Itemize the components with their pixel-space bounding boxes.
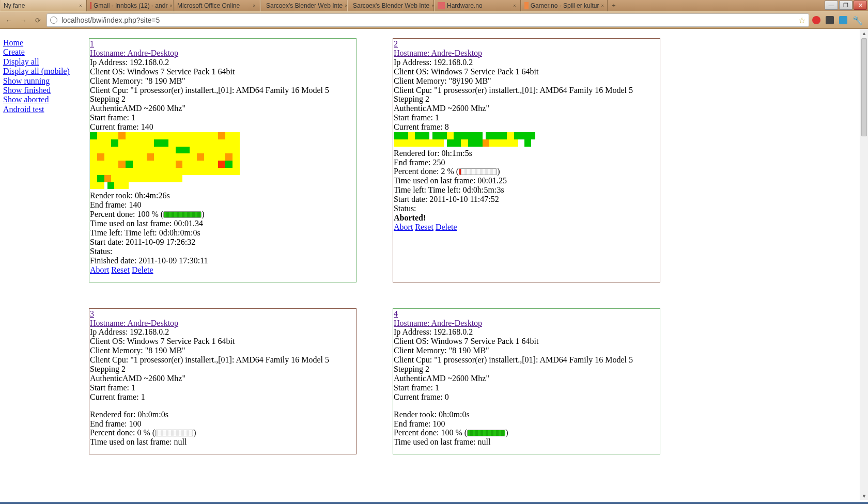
render-time: Rendered for: 0h:0m:0s (89, 410, 356, 419)
info-line: End frame: 100 (89, 419, 356, 429)
page-viewport: HomeCreateDisplay allDisplay all (mobile… (0, 29, 860, 500)
tab-label: Ny fane (4, 2, 25, 9)
nav-link[interactable]: Home (3, 38, 89, 48)
info-line: End frame: 100 (393, 419, 660, 429)
tab-label: Sarcoex's Blender Web Inte (353, 2, 429, 9)
nav-link[interactable]: Show aborted (3, 95, 89, 104)
taskbar (0, 502, 868, 504)
minimize-button[interactable]: — (825, 1, 838, 10)
tab-label: Hardware.no (447, 2, 483, 9)
info-line: Ip Address: 192.168.0.2 (393, 327, 660, 337)
job-grid: 1Hostname: Andre-DesktopIp Address: 192.… (89, 38, 860, 454)
hostname-link[interactable]: Hostname: Andre-Desktop (90, 319, 178, 327)
info-line: Time used on last frame: 00:01.25 (393, 176, 660, 185)
info-line: Start frame: 1 (393, 383, 660, 392)
tab-1[interactable]: Gmail - Innboks (12) - andr × (87, 0, 174, 11)
info-line: Finished date: 2011-10-09 17:30:11 (89, 256, 356, 265)
close-icon[interactable]: × (252, 3, 257, 8)
close-icon[interactable]: × (601, 3, 604, 8)
scroll-thumb[interactable] (861, 38, 867, 136)
progress-bar (155, 430, 193, 436)
scroll-up-icon[interactable]: ▲ (860, 29, 868, 37)
tab-4[interactable]: Sarcoex's Blender Web Inte × (347, 0, 434, 11)
hostname-link[interactable]: Hostname: Andre-Desktop (394, 319, 482, 327)
hostname-link[interactable]: Hostname: Andre-Desktop (394, 49, 482, 57)
info-line: Client OS: Windows 7 Service Pack 1 64bi… (393, 337, 660, 346)
delete-link[interactable]: Delete (436, 223, 457, 231)
reset-link[interactable]: Reset (415, 223, 433, 231)
delete-link[interactable]: Delete (132, 265, 153, 274)
new-tab-button[interactable]: + (608, 0, 620, 11)
bookmark-icon[interactable]: ☆ (798, 15, 805, 25)
percent-line: Percent done: 100 % () (393, 428, 660, 437)
close-button[interactable]: ✕ (854, 1, 867, 10)
close-icon[interactable]: × (169, 3, 172, 8)
info-line: Status: (89, 247, 356, 256)
reset-link[interactable]: Reset (111, 265, 130, 274)
globe-icon (50, 17, 57, 24)
extension-icon[interactable] (839, 16, 847, 24)
hostname-link[interactable]: Hostname: Andre-Desktop (90, 49, 178, 57)
forward-button[interactable]: → (18, 14, 29, 26)
scrollbar[interactable]: ▲ ▼ (860, 29, 868, 500)
info-line: Client OS: Windows 7 Service Pack 1 64bi… (89, 337, 356, 346)
info-line: Status: (393, 204, 660, 213)
gamer-icon (524, 2, 529, 9)
info-line: Current frame: 1 (89, 392, 356, 402)
tab-label: Gmail - Innboks (12) - andr (94, 2, 167, 9)
scroll-down-icon[interactable]: ▼ (860, 492, 868, 500)
progress-bar (459, 168, 497, 175)
frame-tiles (393, 132, 660, 149)
render-time: Render took: 0h:0m:0s (393, 410, 660, 419)
nav-link[interactable]: Android test (3, 105, 89, 114)
info-line: Time left: Time left: 0d:0h:5m:3s (393, 185, 660, 195)
job-id-link[interactable]: 2 (394, 39, 398, 48)
info-line: Client Cpu: "1 prosessor(er) installert.… (393, 86, 660, 104)
abort-link[interactable]: Abort (394, 223, 413, 231)
info-line: Client OS: Windows 7 Service Pack 1 64bi… (89, 67, 356, 76)
info-line: Time used on last frame: null (393, 437, 660, 447)
info-line: Aborted! (393, 213, 660, 223)
info-line: Start frame: 1 (393, 113, 660, 122)
tab-5[interactable]: Hardware.no × (434, 0, 521, 11)
maximize-button[interactable]: ❐ (839, 1, 853, 10)
close-icon[interactable]: × (78, 3, 83, 8)
action-row: Abort Reset Delete (89, 265, 356, 275)
action-row: Abort Reset Delete (393, 223, 660, 232)
url-input[interactable] (60, 15, 795, 25)
percent-line: Percent done: 100 % () (89, 210, 356, 219)
wrench-icon[interactable]: 🔧 (853, 15, 863, 25)
tab-label: Sarcoex's Blender Web Inte (266, 2, 343, 9)
tab-2[interactable]: Microsoft Office Online × (174, 0, 260, 11)
nav-link[interactable]: Show running (3, 76, 89, 86)
job-id-link[interactable]: 3 (90, 309, 94, 318)
nav-link[interactable]: Display all (3, 57, 89, 67)
info-line: Start date: 2011-10-09 17:26:32 (89, 238, 356, 247)
reload-button[interactable]: ⟳ (32, 14, 43, 26)
extension-icon[interactable] (812, 16, 820, 24)
job-id-link[interactable]: 1 (90, 39, 94, 48)
nav-link[interactable]: Show finished (3, 86, 89, 95)
info-line: AuthenticAMD ~2600 Mhz" (393, 374, 660, 383)
abort-link[interactable]: Abort (90, 265, 109, 274)
tab-3[interactable]: Sarcoex's Blender Web Inte × (260, 0, 347, 11)
tab-0[interactable]: Ny fane × (0, 0, 87, 11)
nav-link[interactable]: Display all (mobile) (3, 67, 89, 76)
back-button[interactable]: ← (3, 14, 14, 26)
info-line: Client Cpu: "1 prosessor(er) installert.… (393, 355, 660, 374)
omnibox[interactable]: ☆ (47, 13, 809, 27)
extensions: 🔧 (812, 15, 865, 25)
tab-6[interactable]: Gamer.no - Spill er kultur × (521, 0, 608, 11)
job-card: 3Hostname: Andre-DesktopIp Address: 192.… (89, 308, 357, 455)
percent-line: Percent done: 2 % () (393, 167, 660, 176)
window-controls: — ❐ ✕ (824, 0, 868, 11)
info-line: Client Memory: "8 190 MB" (89, 76, 356, 86)
extension-icon[interactable] (826, 16, 834, 24)
job-card: 1Hostname: Andre-DesktopIp Address: 192.… (89, 38, 357, 282)
info-line: Client Memory: "8 190 MB" (393, 346, 660, 355)
job-id-link[interactable]: 4 (394, 309, 398, 318)
info-line: Ip Address: 192.168.0.2 (89, 58, 356, 67)
tab-label: Gamer.no - Spill er kultur (531, 2, 599, 9)
nav-link[interactable]: Create (3, 48, 89, 57)
close-icon[interactable]: × (512, 3, 517, 8)
